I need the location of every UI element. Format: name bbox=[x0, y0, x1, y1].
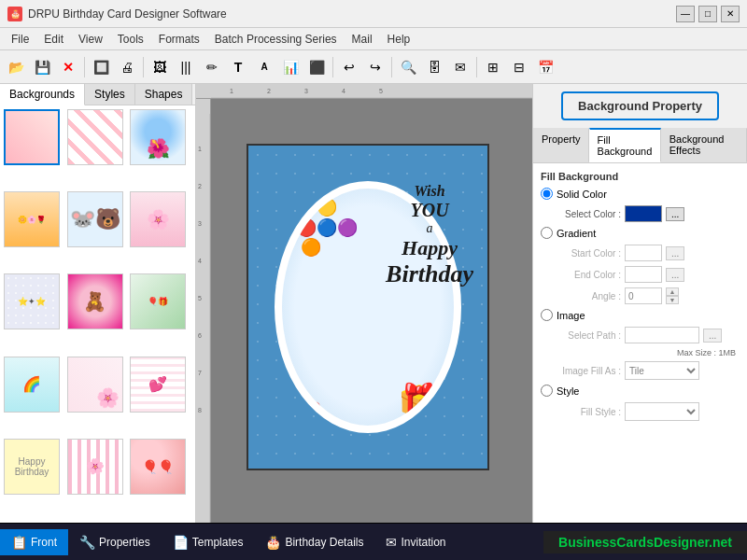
solid-color-box[interactable] bbox=[625, 205, 662, 222]
canvas-area[interactable]: 1 2 3 4 5 1 2 3 4 5 6 7 8 bbox=[196, 84, 532, 523]
bg-thumb-13[interactable]: Happy Birthday bbox=[4, 439, 60, 495]
menu-tools[interactable]: Tools bbox=[110, 31, 151, 48]
path-browse[interactable]: ... bbox=[703, 329, 722, 343]
image-fill-select[interactable]: Tile Stretch Center bbox=[625, 361, 699, 380]
tb-barcode[interactable]: ||| bbox=[174, 55, 198, 79]
bottom-templates[interactable]: 📄 Templates bbox=[162, 529, 255, 555]
birthday-icon: 🎂 bbox=[265, 535, 281, 550]
tb-grid[interactable]: ⊞ bbox=[481, 55, 505, 79]
minimize-button[interactable]: — bbox=[676, 6, 695, 22]
toolbar-separator-4 bbox=[391, 57, 392, 77]
start-color-box[interactable] bbox=[625, 245, 662, 261]
bg-thumb-3[interactable]: 🌺 bbox=[130, 109, 186, 165]
menu-view[interactable]: View bbox=[71, 31, 110, 48]
maximize-button[interactable]: □ bbox=[698, 6, 717, 22]
gradient-radio[interactable] bbox=[541, 227, 553, 239]
bg-thumb-2[interactable] bbox=[67, 109, 123, 165]
bg-thumb-7[interactable]: ⭐✦⭐ bbox=[4, 273, 60, 329]
bg-thumb-10[interactable]: 🌈 bbox=[4, 357, 60, 413]
start-color-label: Start Color : bbox=[556, 248, 621, 259]
tab-shapes[interactable]: Shapes bbox=[135, 84, 193, 105]
bg-thumb-9[interactable]: 🎈🎁 bbox=[130, 273, 186, 329]
menu-mail[interactable]: Mail bbox=[345, 31, 380, 48]
bg-thumb-11[interactable]: 🌸 bbox=[67, 357, 123, 413]
templates-icon: 📄 bbox=[173, 535, 189, 550]
path-input[interactable] bbox=[625, 327, 699, 343]
solid-color-row: Solid Color bbox=[541, 188, 740, 200]
tb-line[interactable]: 📊 bbox=[278, 55, 303, 79]
tb-open[interactable]: 📂 bbox=[4, 55, 28, 79]
property-content: Fill Background Solid Color Select Color… bbox=[533, 163, 747, 523]
image-label: Image bbox=[557, 310, 585, 321]
bottom-properties[interactable]: 🔧 Properties bbox=[68, 529, 162, 555]
bg-thumb-1[interactable] bbox=[4, 109, 60, 165]
titlebar: 🎂 DRPU Birthday Card Designer Software —… bbox=[0, 0, 747, 28]
tb-print[interactable]: 🖨 bbox=[115, 55, 139, 79]
tb-undo[interactable]: ↩ bbox=[337, 55, 361, 79]
end-color-box[interactable] bbox=[625, 266, 662, 283]
angle-input[interactable] bbox=[625, 287, 662, 304]
card-container: 🟢🟡🔴🔵🟣 🟠 🎁 🎈🎈 Wish YOU a Happy Birthday bbox=[247, 144, 489, 470]
image-fill-as-row: Image Fill As : Tile Stretch Center bbox=[541, 361, 740, 380]
toolbar-separator-3 bbox=[332, 57, 333, 77]
ruler-top: 1 2 3 4 5 bbox=[196, 84, 532, 99]
tb-table[interactable]: ⊟ bbox=[507, 55, 531, 79]
tab-styles[interactable]: Styles bbox=[85, 84, 135, 105]
tb-close[interactable]: ✕ bbox=[56, 55, 80, 79]
close-button[interactable]: ✕ bbox=[721, 6, 740, 22]
menu-help[interactable]: Help bbox=[380, 31, 418, 48]
bg-thumb-5[interactable]: 🐭🐻 bbox=[67, 191, 123, 247]
tb-align[interactable]: ⬛ bbox=[304, 55, 329, 79]
tb-print-preview[interactable]: 🔲 bbox=[89, 55, 113, 79]
bottom-invitation[interactable]: ✉ Invitation bbox=[374, 529, 457, 555]
bg-thumb-15[interactable]: 🎈🎈 bbox=[130, 439, 186, 495]
window-controls[interactable]: — □ ✕ bbox=[676, 6, 740, 22]
bg-thumb-12[interactable]: 💕 bbox=[130, 357, 186, 413]
fill-style-select[interactable] bbox=[625, 402, 699, 421]
background-grid: 🌺 🌼🌸🌹 🐭🐻 🌸 ⭐✦⭐ 🧸 🎈🎁 🌈 🌸 💕 bbox=[0, 105, 195, 523]
angle-up[interactable]: ▲ bbox=[666, 287, 679, 296]
menu-formats[interactable]: Formats bbox=[151, 31, 207, 48]
card[interactable]: 🟢🟡🔴🔵🟣 🟠 🎁 🎈🎈 Wish YOU a Happy Birthday bbox=[247, 144, 489, 470]
tb-redo[interactable]: ↪ bbox=[363, 55, 388, 79]
tb-zoom-in[interactable]: 🔍 bbox=[396, 55, 420, 79]
tb-save[interactable]: 💾 bbox=[30, 55, 54, 79]
tab-backgrounds[interactable]: Backgrounds bbox=[0, 84, 85, 105]
menu-file[interactable]: File bbox=[4, 31, 36, 48]
image-radio[interactable] bbox=[541, 309, 553, 321]
tab-background-effects[interactable]: Background Effects bbox=[661, 128, 747, 162]
tab-fill-background[interactable]: Fill Background bbox=[589, 128, 661, 162]
tb-text[interactable]: T bbox=[226, 55, 250, 79]
menu-batch[interactable]: Batch Processing Series bbox=[207, 31, 345, 48]
tab-property[interactable]: Property bbox=[533, 128, 589, 162]
solid-color-radio[interactable] bbox=[541, 188, 553, 200]
card-text: Wish YOU a Happy Birthday bbox=[386, 183, 473, 288]
fill-style-row: Fill Style : bbox=[541, 402, 740, 421]
bg-thumb-14[interactable]: 🌸 bbox=[67, 439, 123, 495]
start-color-browse[interactable]: ... bbox=[666, 246, 684, 260]
tb-calendar[interactable]: 📅 bbox=[533, 55, 557, 79]
bg-thumb-8[interactable]: 🧸 bbox=[67, 273, 123, 329]
bottom-front[interactable]: 📋 Front bbox=[0, 529, 68, 555]
svg-text:2: 2 bbox=[267, 88, 271, 94]
end-color-browse[interactable]: ... bbox=[666, 268, 684, 282]
tb-image[interactable]: 🖼 bbox=[148, 55, 172, 79]
bottom-birthday-details[interactable]: 🎂 Birthday Details bbox=[254, 529, 374, 555]
tb-shape[interactable]: A bbox=[252, 55, 276, 79]
tb-mail[interactable]: ✉ bbox=[448, 55, 472, 79]
style-radio[interactable] bbox=[541, 385, 553, 397]
svg-text:4: 4 bbox=[198, 258, 202, 264]
menu-edit[interactable]: Edit bbox=[36, 31, 71, 48]
svg-text:8: 8 bbox=[198, 407, 202, 413]
fill-style-label: Fill Style : bbox=[556, 407, 621, 417]
select-path-row: Select Path : ... bbox=[541, 327, 740, 343]
tb-select[interactable]: ✏ bbox=[200, 55, 224, 79]
background-property-button[interactable]: Background Property bbox=[561, 91, 719, 120]
image-fill-as-label: Image Fill As : bbox=[556, 366, 621, 376]
angle-down[interactable]: ▼ bbox=[666, 296, 679, 304]
tb-database[interactable]: 🗄 bbox=[422, 55, 446, 79]
bg-thumb-4[interactable]: 🌼🌸🌹 bbox=[4, 191, 60, 247]
solid-color-browse[interactable]: ... bbox=[666, 207, 684, 221]
bg-thumb-6[interactable]: 🌸 bbox=[130, 191, 186, 247]
svg-text:7: 7 bbox=[198, 370, 202, 376]
